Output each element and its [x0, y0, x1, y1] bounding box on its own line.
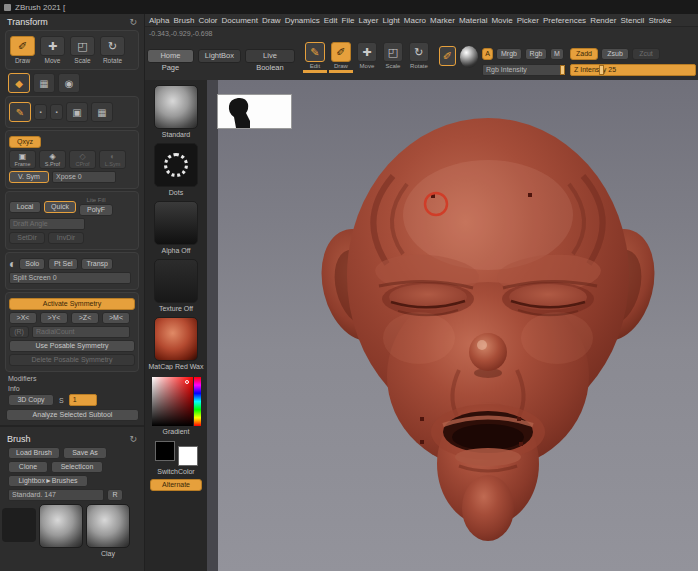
draft-angle-slider[interactable]: Draft Angle: [9, 218, 85, 230]
z-intensity-handle[interactable]: [599, 65, 604, 75]
refresh-icon[interactable]: ↻: [129, 17, 137, 27]
mrgb-button[interactable]: Mrgb: [496, 48, 522, 60]
brush-refresh-icon[interactable]: ↻: [129, 434, 137, 444]
color-picker[interactable]: [152, 377, 201, 426]
sym-m-button[interactable]: >M<: [102, 312, 130, 324]
menu-item-document[interactable]: Document: [222, 16, 258, 25]
copy-3d-button[interactable]: 3D Copy: [8, 394, 54, 406]
menu-item-picker[interactable]: Picker: [517, 16, 539, 25]
activate-symmetry-button[interactable]: Activate Symmetry: [9, 298, 135, 310]
move-mode-button[interactable]: ✚ Move: [355, 42, 379, 73]
xpose-slider[interactable]: Xpose 0: [52, 171, 116, 183]
menu-item-edit[interactable]: Edit: [324, 16, 338, 25]
lightbox-brushes-button[interactable]: Lightbox►Brushes: [8, 475, 88, 487]
draw-tool-button[interactable]: ✐ Draw: [9, 36, 36, 64]
split-screen-slider[interactable]: Split Screen 0: [9, 272, 131, 284]
current-stroke-thumbnail[interactable]: [154, 143, 198, 187]
menu-item-color[interactable]: Color: [198, 16, 217, 25]
menu-item-render[interactable]: Render: [590, 16, 616, 25]
brush-icon-button[interactable]: ✐: [439, 46, 456, 66]
brush-thumbnail-standard[interactable]: [39, 504, 83, 548]
polyf-button[interactable]: PolyF: [79, 204, 113, 216]
camera-icon-button[interactable]: ◉: [58, 73, 80, 93]
solo-button[interactable]: Solo: [19, 258, 45, 270]
sym-z-button[interactable]: >Z<: [71, 312, 99, 324]
zsub-button[interactable]: Zsub: [601, 48, 629, 60]
home-page-button[interactable]: Home Page: [147, 49, 194, 63]
main-color-swatch[interactable]: [155, 441, 175, 461]
quick-button[interactable]: Quick: [44, 201, 76, 213]
rotozoom-icon-button[interactable]: ▦: [91, 102, 113, 122]
pointer-icon-button[interactable]: ▪: [34, 104, 47, 120]
document-thumbnail[interactable]: [218, 95, 291, 128]
radial-r-button[interactable]: (R): [9, 326, 29, 338]
current-brush-slider[interactable]: Standard. 147: [8, 489, 104, 501]
rgb-intensity-slider[interactable]: Rgb Intensity: [482, 64, 566, 76]
rotate-tool-button[interactable]: ↻ Rotate: [99, 36, 126, 64]
menu-item-draw[interactable]: Draw: [262, 16, 281, 25]
brush-r-button[interactable]: R: [107, 489, 123, 501]
current-texture-thumbnail[interactable]: [154, 259, 198, 303]
menu-item-stroke[interactable]: Stroke: [648, 16, 671, 25]
transp-button[interactable]: Transp: [81, 258, 113, 270]
menu-item-stencil[interactable]: Stencil: [620, 16, 644, 25]
menu-item-material[interactable]: Material: [459, 16, 487, 25]
lsym-button[interactable]: ◐L.Sym: [99, 150, 126, 169]
sculpted-head-model[interactable]: [207, 80, 698, 571]
current-brush-thumbnail[interactable]: [154, 85, 198, 129]
clone-button[interactable]: Clone: [8, 461, 48, 473]
edit-icon-button[interactable]: ✎: [9, 102, 31, 122]
ptsel-button[interactable]: Pt Sel: [48, 258, 78, 270]
current-material-thumbnail[interactable]: [154, 317, 198, 361]
zadd-button[interactable]: Zadd: [570, 48, 598, 60]
use-posable-symmetry-button[interactable]: Use Posable Symmetry: [9, 340, 135, 352]
menu-item-macro[interactable]: Macro: [404, 16, 426, 25]
canvas-area[interactable]: [207, 80, 698, 571]
empty-brush-slot[interactable]: [2, 508, 36, 542]
invdir-button[interactable]: InvDir: [48, 232, 84, 244]
a-toggle-button[interactable]: A: [482, 48, 493, 60]
zcut-button[interactable]: Zcut: [632, 48, 660, 60]
saturation-value-square[interactable]: [152, 377, 193, 426]
hue-strip[interactable]: [194, 377, 201, 426]
analyze-selected-subtool-button[interactable]: Analyze Selected Subtool: [6, 409, 139, 421]
z-intensity-slider[interactable]: Z Intensity 25: [570, 64, 696, 76]
marker-icon-button[interactable]: ▪: [50, 104, 63, 120]
live-boolean-button[interactable]: Live Boolean: [245, 49, 295, 63]
current-alpha-thumbnail[interactable]: [154, 201, 198, 245]
menu-item-brush[interactable]: Brush: [173, 16, 194, 25]
rgb-button[interactable]: Rgb: [525, 48, 547, 60]
lightbox-button[interactable]: LightBox: [198, 49, 241, 63]
gyro-icon-button[interactable]: ◆: [8, 73, 30, 93]
local-button[interactable]: Local: [9, 201, 41, 213]
s-slider[interactable]: 1: [69, 394, 97, 406]
brush-thumbnail-clay[interactable]: [86, 504, 130, 548]
sym-x-button[interactable]: >X<: [9, 312, 37, 324]
save-as-button[interactable]: Save As: [63, 447, 107, 459]
move-tool-button[interactable]: ✚ Move: [39, 36, 66, 64]
live-boolean-icon-button[interactable]: ▦: [33, 73, 55, 93]
draw-mode-button[interactable]: ✐ Draw: [329, 42, 353, 73]
menu-item-alpha[interactable]: Alpha: [149, 16, 169, 25]
setdir-button[interactable]: SetDir: [9, 232, 45, 244]
rgb-intensity-handle[interactable]: [560, 65, 565, 75]
vsym-button[interactable]: V. Sym: [9, 171, 49, 183]
scale-mode-button[interactable]: ◰ Scale: [381, 42, 405, 73]
alternate-button[interactable]: Alternate: [150, 479, 202, 491]
transparency-icon[interactable]: ◐: [9, 258, 16, 270]
qxyz-button[interactable]: Qxyz: [9, 136, 41, 148]
frame-button[interactable]: ▣Frame: [9, 150, 36, 169]
menu-item-light[interactable]: Light: [382, 16, 399, 25]
scale-tool-button[interactable]: ◰ Scale: [69, 36, 96, 64]
spotlight-sphere-icon[interactable]: [460, 46, 478, 68]
load-brush-button[interactable]: Load Brush: [8, 447, 60, 459]
menu-item-file[interactable]: File: [342, 16, 355, 25]
radial-count-slider[interactable]: RadialCount: [32, 326, 130, 338]
menu-item-marker[interactable]: Marker: [430, 16, 455, 25]
menu-item-movie[interactable]: Movie: [491, 16, 512, 25]
rotate-mode-button[interactable]: ↻ Rotate: [407, 42, 431, 73]
cprof-button[interactable]: ◇CProf: [69, 150, 96, 169]
delete-posable-symmetry-button[interactable]: Delete Posable Symmetry: [9, 354, 135, 366]
edit-mode-button[interactable]: ✎ Edit: [303, 42, 327, 73]
sym-y-button[interactable]: >Y<: [40, 312, 68, 324]
